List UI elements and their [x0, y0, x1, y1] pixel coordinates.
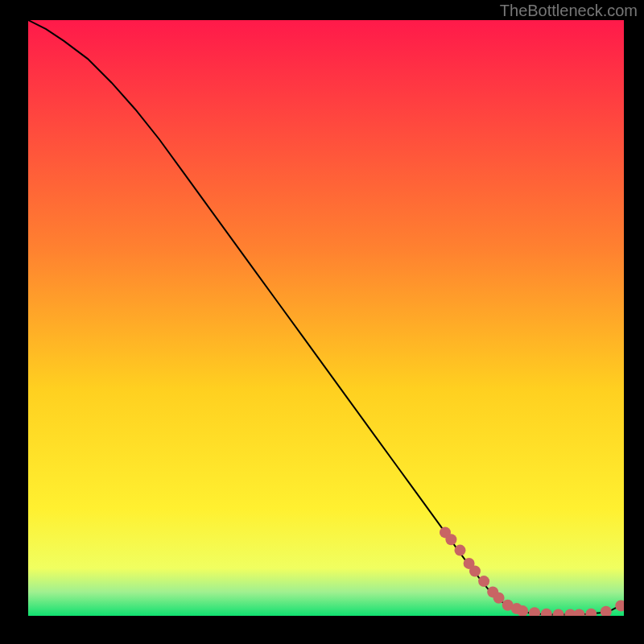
scatter-point [455, 545, 466, 556]
watermark-text: TheBottleneck.com [500, 2, 638, 20]
chart-plot-area [28, 20, 624, 616]
gradient-background [28, 20, 624, 616]
scatter-point [478, 576, 489, 587]
scatter-point [469, 566, 481, 577]
scatter-point [493, 592, 505, 604]
scatter-point [445, 534, 456, 545]
chart-svg [28, 20, 624, 616]
